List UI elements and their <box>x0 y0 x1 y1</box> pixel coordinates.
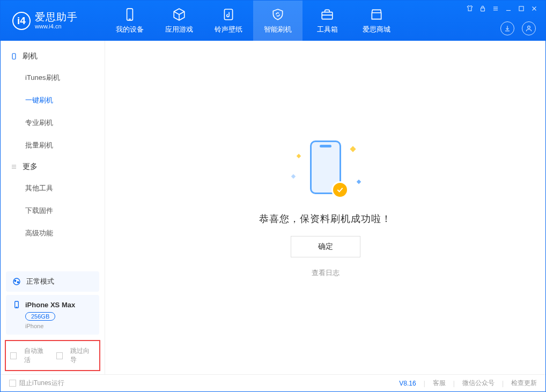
separator: | <box>453 380 455 387</box>
nav-ringtone-wallpaper[interactable]: 铃声壁纸 <box>204 1 253 41</box>
svg-point-19 <box>17 282 19 283</box>
separator: | <box>502 380 504 387</box>
checkbox-label: 自动激活 <box>24 346 49 365</box>
nav-label: 工具箱 <box>317 25 338 34</box>
footer-link-update[interactable]: 检查更新 <box>511 379 537 388</box>
app-url: www.i4.cn <box>35 23 78 29</box>
view-log-link[interactable]: 查看日志 <box>312 268 340 278</box>
checkbox-skip-guide[interactable] <box>56 352 63 359</box>
footer: 阻止iTunes运行 V8.16 | 客服 | 微信公众号 | 检查更新 <box>1 374 545 391</box>
checkbox-row-highlighted: 自动激活 跳过向导 <box>5 340 100 371</box>
group-title: 更多 <box>23 162 38 172</box>
user-button[interactable] <box>522 21 536 35</box>
success-illustration <box>291 137 360 202</box>
header: i4 爱思助手 www.i4.cn 我的设备 应用游戏 铃声壁纸 智能刷机 <box>1 1 545 41</box>
nav-apps-games[interactable]: 应用游戏 <box>154 1 204 41</box>
footer-link-support[interactable]: 客服 <box>433 379 446 388</box>
sidebar-group-flash[interactable]: 刷机 <box>1 46 105 66</box>
device-name: iPhone XS Max <box>25 301 75 309</box>
mode-icon <box>12 277 21 286</box>
sparkle-icon <box>350 146 356 152</box>
checkbox-block-itunes[interactable] <box>9 380 16 387</box>
nav-label: 铃声壁纸 <box>215 25 242 34</box>
user-icon <box>525 25 533 32</box>
success-message: 恭喜您，保资料刷机成功啦！ <box>259 212 392 225</box>
svg-rect-0 <box>127 9 133 20</box>
nav-label: 应用游戏 <box>165 25 193 34</box>
group-title: 刷机 <box>23 51 38 61</box>
sidebar-item-other-tools[interactable]: 其他工具 <box>1 177 105 199</box>
svg-rect-4 <box>481 8 485 11</box>
svg-rect-3 <box>322 12 333 19</box>
svg-point-18 <box>14 280 16 282</box>
device-icon <box>12 300 21 309</box>
svg-rect-2 <box>224 9 232 20</box>
sidebar-group-more[interactable]: 更多 <box>1 157 105 177</box>
nav-my-device[interactable]: 我的设备 <box>105 1 154 41</box>
window-controls <box>466 5 538 12</box>
checkbox-auto-activate[interactable] <box>10 352 17 359</box>
mode-card[interactable]: 正常模式 <box>6 271 99 292</box>
maximize-icon[interactable] <box>518 5 525 12</box>
nav-label: 智能刷机 <box>264 25 292 34</box>
app-window: i4 爱思助手 www.i4.cn 我的设备 应用游戏 铃声壁纸 智能刷机 <box>0 0 546 392</box>
separator: | <box>424 380 425 387</box>
body: 刷机 iTunes刷机 一键刷机 专业刷机 批量刷机 更多 其他工具 下载固件 … <box>1 41 545 374</box>
app-title: 爱思助手 <box>35 12 78 23</box>
header-bottom-icons <box>500 21 536 35</box>
list-icon <box>10 163 18 171</box>
phone-icon <box>123 8 137 21</box>
footer-link-wechat[interactable]: 微信公众号 <box>462 379 495 388</box>
menu-icon[interactable] <box>492 5 499 12</box>
tshirt-icon[interactable] <box>466 5 474 12</box>
nav-toolbox[interactable]: 工具箱 <box>302 1 352 41</box>
device-type: iPhone <box>25 323 93 329</box>
footer-label: 阻止iTunes运行 <box>19 379 64 388</box>
cube-icon <box>172 8 186 21</box>
sidebar: 刷机 iTunes刷机 一键刷机 专业刷机 批量刷机 更多 其他工具 下载固件 … <box>1 41 105 374</box>
sidebar-bottom: 正常模式 iPhone XS Max 256GB iPhone 自动激活 跳过向… <box>1 268 105 374</box>
phone-small-icon <box>10 53 18 60</box>
sidebar-item-pro-flash[interactable]: 专业刷机 <box>1 112 105 134</box>
version-label: V8.16 <box>399 380 416 387</box>
logo-area[interactable]: i4 爱思助手 www.i4.cn <box>1 12 105 30</box>
footer-right: V8.16 | 客服 | 微信公众号 | 检查更新 <box>399 379 537 388</box>
close-icon[interactable] <box>530 5 538 12</box>
sparkle-icon <box>356 180 360 184</box>
refresh-shield-icon <box>271 8 285 21</box>
sparkle-icon <box>291 174 295 179</box>
device-card[interactable]: iPhone XS Max 256GB iPhone <box>6 295 99 335</box>
logo-icon: i4 <box>12 12 31 30</box>
store-icon <box>370 8 383 21</box>
toolbox-icon <box>320 8 334 21</box>
sidebar-item-download-firmware[interactable]: 下载固件 <box>1 199 105 222</box>
main-content: 恭喜您，保资料刷机成功啦！ 确定 查看日志 <box>105 41 545 374</box>
sidebar-item-batch-flash[interactable]: 批量刷机 <box>1 134 105 157</box>
nav-label: 爱思商城 <box>363 25 390 34</box>
nav-label: 我的设备 <box>116 25 144 34</box>
minimize-icon[interactable] <box>505 5 512 12</box>
sidebar-item-oneclick-flash[interactable]: 一键刷机 <box>1 89 105 112</box>
sparkle-icon <box>296 154 300 158</box>
svg-point-17 <box>13 278 20 285</box>
svg-rect-9 <box>519 6 523 11</box>
checkbox-label: 跳过向导 <box>70 346 95 365</box>
mode-label: 正常模式 <box>26 277 54 286</box>
device-capacity: 256GB <box>25 312 55 321</box>
svg-point-12 <box>528 26 530 28</box>
check-badge-icon <box>331 181 349 198</box>
ok-button[interactable]: 确定 <box>291 236 360 257</box>
sidebar-item-advanced[interactable]: 高级功能 <box>1 222 105 245</box>
svg-rect-13 <box>12 54 16 60</box>
music-file-icon <box>222 8 235 21</box>
lock-icon[interactable] <box>479 5 486 12</box>
download-icon <box>504 25 511 32</box>
sidebar-item-itunes-flash[interactable]: iTunes刷机 <box>1 66 105 89</box>
top-nav: 我的设备 应用游戏 铃声壁纸 智能刷机 工具箱 爱思商城 <box>105 1 401 41</box>
download-button[interactable] <box>500 21 514 35</box>
nav-store[interactable]: 爱思商城 <box>352 1 401 41</box>
nav-smart-flash[interactable]: 智能刷机 <box>253 1 302 41</box>
